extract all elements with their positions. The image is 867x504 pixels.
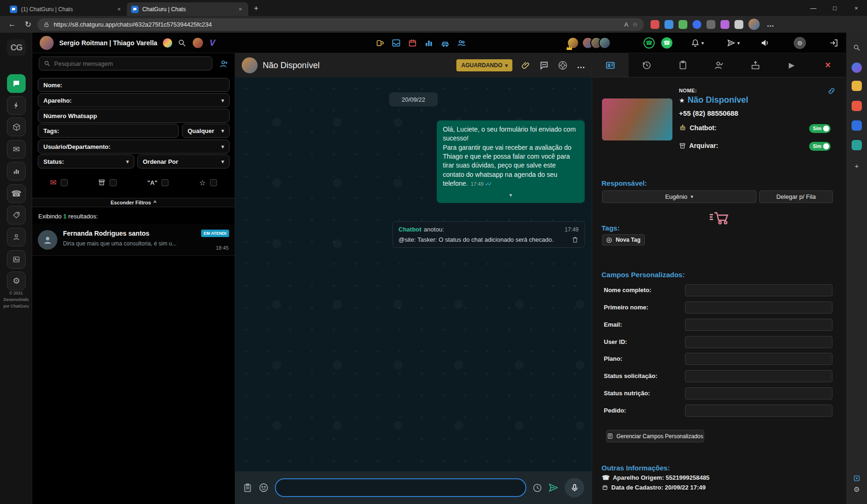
tab-assign[interactable] xyxy=(701,53,737,77)
favorite-icon[interactable]: ☆ xyxy=(632,21,638,28)
filter-numero-input[interactable]: Número Whatsapp xyxy=(38,109,230,123)
schedule-icon[interactable] xyxy=(532,483,542,493)
new-tab-button[interactable]: + xyxy=(254,4,259,13)
sidebar-item-chats[interactable] xyxy=(7,74,26,93)
edge-add-app-icon[interactable]: + xyxy=(852,161,862,171)
url-bar[interactable]: https://s8.chatguru.app/chats#632a275f1c… xyxy=(37,18,644,31)
search-icon[interactable] xyxy=(178,39,186,47)
sidebar-item-settings[interactable]: ⚙ xyxy=(7,272,26,290)
bar-chart-icon[interactable] xyxy=(424,38,434,48)
car-icon[interactable] xyxy=(440,38,450,48)
sidebar-item-campaigns[interactable] xyxy=(7,96,26,115)
site-info-icon[interactable] xyxy=(43,21,49,28)
extension-icon-6[interactable] xyxy=(720,20,729,29)
extension-icon-7[interactable] xyxy=(734,20,743,29)
more-options-icon[interactable]: … xyxy=(577,61,585,70)
secondary-avatar[interactable] xyxy=(192,37,204,49)
field-status-nutricao-input[interactable] xyxy=(685,387,832,399)
edge-copilot-icon[interactable] xyxy=(852,63,862,73)
extension-icon-5[interactable] xyxy=(706,20,715,29)
tab-transfer[interactable] xyxy=(737,53,774,77)
field-plano-input[interactable] xyxy=(685,353,832,365)
calendar-icon[interactable] xyxy=(408,38,417,48)
sidebar-item-mail[interactable]: ✉ xyxy=(7,140,26,159)
nova-tag-button[interactable]: Nova Tag xyxy=(602,234,645,245)
edge-m365-icon[interactable] xyxy=(852,101,862,111)
tab-contact-info[interactable] xyxy=(592,53,629,77)
refresh-button[interactable]: ↻ xyxy=(21,18,35,31)
sidebar-item-tags[interactable] xyxy=(7,206,26,224)
filter-aparelho-select[interactable]: Aparelho:▾ xyxy=(38,93,230,107)
browser-profile-avatar[interactable] xyxy=(748,19,760,30)
unread-checkbox[interactable] xyxy=(61,179,68,186)
sidebar-item-integrations[interactable] xyxy=(7,118,26,136)
edge-outlook-icon[interactable] xyxy=(852,120,862,131)
close-chat-tab[interactable]: × xyxy=(810,53,846,77)
send-menu-icon[interactable] xyxy=(727,39,735,47)
agent-avatar-1[interactable] xyxy=(567,37,579,49)
filter-tags-input[interactable]: Tags: xyxy=(38,124,179,138)
logout-icon[interactable] xyxy=(829,38,839,48)
hide-filters-button[interactable]: Esconder Filtros ^ xyxy=(32,198,235,207)
edge-settings-icon[interactable]: ⚙ xyxy=(852,484,862,495)
delegar-button[interactable]: Delegar p/ Fila xyxy=(759,190,833,203)
attachment-icon[interactable] xyxy=(521,61,531,70)
field-primeiro-nome-input[interactable] xyxy=(685,301,832,314)
minimize-button[interactable]: — xyxy=(803,0,824,16)
annotation-checkbox[interactable] xyxy=(161,179,168,186)
send-icon[interactable] xyxy=(548,483,559,493)
edge-search-icon[interactable] xyxy=(852,42,862,53)
emoji-icon[interactable] xyxy=(259,483,269,493)
extension-icon-2[interactable] xyxy=(664,20,673,29)
extension-icon-4[interactable] xyxy=(692,20,701,29)
sidebar-item-media[interactable] xyxy=(7,250,26,269)
gerenciar-campos-button[interactable]: Gerenciar Campos Personalizados xyxy=(606,430,704,442)
filter-usuario-select[interactable]: Usuário/Departamento:▾ xyxy=(38,140,230,154)
tab-close-icon[interactable]: × xyxy=(237,6,244,13)
message-input[interactable] xyxy=(275,478,526,497)
archived-checkbox[interactable] xyxy=(110,179,117,186)
filter-status-select[interactable]: Status:▾ xyxy=(38,154,134,168)
arquivar-toggle[interactable]: Sim xyxy=(809,142,831,151)
field-nome-completo-input[interactable] xyxy=(685,284,832,296)
browser-tab-2[interactable]: ChatGuru | Chats × xyxy=(127,2,248,16)
sidebar-item-phone[interactable]: ☎ xyxy=(7,184,26,203)
browser-tab-1[interactable]: (1) ChatGuru | Chats × xyxy=(6,2,127,16)
maximize-button[interactable]: □ xyxy=(824,0,846,16)
bell-caret-icon[interactable]: ▾ xyxy=(701,40,704,46)
message-search[interactable] xyxy=(39,56,212,70)
field-pedido-input[interactable] xyxy=(685,405,832,417)
extension-icon-3[interactable] xyxy=(678,20,687,29)
field-user-id-input[interactable] xyxy=(685,336,832,348)
tab-notes[interactable] xyxy=(664,53,701,77)
tab-history[interactable] xyxy=(629,53,665,77)
user-avatar[interactable] xyxy=(40,36,54,50)
chatbot-toggle[interactable]: Sim xyxy=(809,124,831,133)
read-aloud-icon[interactable]: A xyxy=(624,21,629,28)
filter-nome-input[interactable]: Nome: xyxy=(38,78,230,92)
browser-menu-icon[interactable]: … xyxy=(767,20,774,28)
inbox-icon[interactable] xyxy=(392,38,401,48)
tab-close-icon[interactable]: × xyxy=(115,6,123,13)
chat-note-icon[interactable] xyxy=(539,61,549,70)
sidebar-item-reports[interactable] xyxy=(7,162,26,181)
bell-icon[interactable] xyxy=(691,39,699,47)
edge-shopping-icon[interactable] xyxy=(852,81,862,91)
responsavel-dropdown[interactable]: Eugênio ▾ xyxy=(602,190,756,203)
edge-onenote-icon[interactable] xyxy=(852,140,862,150)
link-icon[interactable] xyxy=(827,87,836,95)
filter-ordenar-select[interactable]: Ordenar Por▾ xyxy=(137,154,230,168)
tab-run[interactable]: ▶ xyxy=(774,53,810,77)
settings-flower-icon[interactable] xyxy=(163,38,172,48)
whatsapp-phone-icon[interactable]: ☎ xyxy=(643,37,655,49)
message-expand-icon[interactable]: ▾ xyxy=(443,188,579,202)
close-button[interactable]: × xyxy=(846,0,867,16)
mug-icon[interactable] xyxy=(375,38,385,48)
field-email-input[interactable] xyxy=(685,319,832,331)
whatsapp-icon[interactable]: ☎ xyxy=(661,37,672,49)
search-input[interactable] xyxy=(54,60,207,67)
send-caret-icon[interactable]: ▾ xyxy=(737,40,740,46)
extension-icon-1[interactable] xyxy=(650,20,659,29)
speaker-icon[interactable] xyxy=(760,38,769,48)
sidebar-item-contacts[interactable] xyxy=(7,228,26,246)
